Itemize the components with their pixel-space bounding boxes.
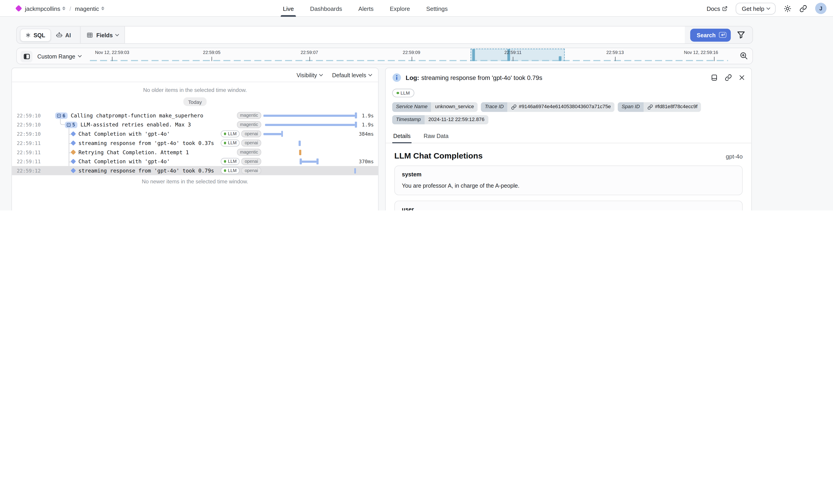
span-diamond-icon bbox=[71, 131, 76, 137]
duration-track bbox=[263, 138, 356, 148]
get-help-button[interactable]: Get help bbox=[736, 2, 776, 15]
search-input[interactable] bbox=[125, 26, 685, 43]
tag-llm[interactable]: LLM bbox=[392, 89, 414, 97]
breadcrumb-separator: / bbox=[70, 5, 71, 12]
tab-live[interactable]: Live bbox=[282, 0, 295, 17]
org-selector[interactable]: jackmpcollins bbox=[25, 5, 66, 12]
chevron-down-icon bbox=[78, 53, 82, 57]
warning-diamond-icon bbox=[71, 149, 76, 155]
log-row[interactable]: 22:59:11 streaming response from 'gpt-4o… bbox=[12, 138, 378, 148]
share-link-button[interactable] bbox=[800, 4, 807, 12]
logfire-logo-icon bbox=[15, 5, 22, 12]
panel-icon bbox=[711, 74, 718, 81]
duration-label: 1.9s bbox=[356, 113, 378, 118]
duration-track bbox=[263, 166, 356, 175]
robot-icon bbox=[55, 31, 63, 39]
duration-bar-cap bbox=[317, 159, 318, 164]
search-button[interactable]: Search bbox=[690, 28, 731, 41]
log-timestamp: 22:59:10 bbox=[17, 122, 42, 127]
duration-track bbox=[263, 111, 356, 120]
main-tabs: Live Dashboards Alerts Explore Settings bbox=[282, 0, 449, 17]
trace-id-badge[interactable]: Trace ID #9146a6974e4e6140538043607a71c7… bbox=[481, 102, 615, 112]
sidebar-toggle-button[interactable] bbox=[21, 51, 32, 62]
log-list-header: Visibility Default levels bbox=[12, 68, 378, 82]
timestamp-badge: Timestamp 2024-11-12 22:59:12.876 bbox=[392, 115, 488, 124]
today-badge[interactable]: Today bbox=[183, 97, 207, 106]
log-row[interactable]: 22:59:10 5 LLM-assisted retries enabled.… bbox=[12, 120, 378, 129]
log-message: LLM-assisted retries enabled. Max 3 bbox=[80, 122, 191, 127]
visibility-dropdown[interactable]: Visibility bbox=[296, 72, 322, 78]
copy-link-button[interactable] bbox=[725, 74, 732, 81]
log-row[interactable]: 22:59:11 Chat Completion with 'gpt-4o' L… bbox=[12, 157, 378, 166]
zoom-in-button[interactable] bbox=[739, 51, 748, 60]
panel-layout-button[interactable] bbox=[711, 74, 718, 81]
collapse-badge[interactable]: 5 bbox=[65, 121, 77, 128]
message-user: user Create a new superhero named The Ba… bbox=[395, 201, 743, 211]
timeline-baseline bbox=[90, 60, 728, 61]
close-button[interactable] bbox=[739, 74, 745, 80]
chat-messages: system You are professor A, in charge of… bbox=[385, 160, 751, 211]
chevron-down-icon bbox=[368, 72, 372, 76]
detail-header: Log:streaming response from 'gpt-4o' too… bbox=[385, 68, 751, 85]
ai-label: AI bbox=[65, 32, 71, 38]
log-row[interactable]: 22:59:10 Chat Completion with 'gpt-4o' L… bbox=[12, 129, 378, 138]
log-row-selected[interactable]: 22:59:12 streaming response from 'gpt-4o… bbox=[12, 166, 378, 175]
green-dot-icon bbox=[224, 160, 226, 163]
visibility-label: Visibility bbox=[296, 72, 317, 78]
span-id-badge[interactable]: Span ID #fd81e8f78c4ecc9f bbox=[618, 102, 701, 112]
log-row[interactable]: 22:59:11 Retrying Chat Completion. Attem… bbox=[12, 148, 378, 157]
collapse-badge[interactable]: 6 bbox=[55, 112, 68, 119]
duration-track bbox=[263, 129, 356, 138]
tag-openai[interactable]: openai bbox=[241, 167, 261, 174]
tab-alerts[interactable]: Alerts bbox=[357, 0, 375, 17]
time-range-label: Custom Range bbox=[37, 53, 75, 59]
tab-explore[interactable]: Explore bbox=[389, 0, 411, 17]
tab-details[interactable]: Details bbox=[392, 130, 411, 143]
timeline-track[interactable]: Nov 12, 22:59:03 22:59:05 22:59:07 22:59… bbox=[90, 48, 728, 64]
tag-llm[interactable]: LLM bbox=[221, 130, 240, 137]
log-list-panel: Visibility Default levels No older items… bbox=[11, 68, 379, 211]
tag-openai[interactable]: openai bbox=[241, 130, 261, 137]
message-content: You are professor A, in charge of the A-… bbox=[402, 182, 735, 190]
tag-magentic[interactable]: magentic bbox=[237, 149, 261, 156]
duration-bar-cap bbox=[355, 122, 357, 127]
tab-raw-data[interactable]: Raw Data bbox=[423, 130, 450, 143]
tag-llm[interactable]: LLM bbox=[221, 140, 240, 147]
tag-openai[interactable]: openai bbox=[241, 140, 261, 147]
sql-mode-button[interactable]: SQL bbox=[20, 28, 51, 41]
section-title: LLM Chat Completions bbox=[395, 151, 483, 160]
time-range-selector[interactable]: Custom Range bbox=[37, 48, 81, 64]
filter-button[interactable] bbox=[737, 31, 745, 39]
search-label: Search bbox=[696, 32, 716, 38]
content-panels: Visibility Default levels No older items… bbox=[11, 68, 752, 211]
tab-settings[interactable]: Settings bbox=[425, 0, 449, 17]
log-timestamp: 22:59:10 bbox=[17, 113, 42, 118]
log-row[interactable]: 22:59:10 6 Calling chatprompt-function m… bbox=[12, 111, 378, 120]
theme-toggle-button[interactable] bbox=[784, 4, 791, 12]
log-message: Chat Completion with 'gpt-4o' bbox=[78, 131, 170, 137]
fields-button[interactable]: Fields bbox=[80, 26, 125, 43]
green-dot-icon bbox=[224, 133, 226, 135]
no-older-items-text: No older items in the selected time wind… bbox=[12, 87, 378, 93]
tag-llm[interactable]: LLM bbox=[221, 167, 240, 174]
default-levels-dropdown[interactable]: Default levels bbox=[332, 72, 372, 78]
detail-meta-row: Timestamp 2024-11-12 22:59:12.876 bbox=[385, 115, 751, 124]
tab-dashboards[interactable]: Dashboards bbox=[309, 0, 343, 17]
docs-link[interactable]: Docs bbox=[707, 5, 728, 12]
tag-magentic[interactable]: magentic bbox=[237, 121, 261, 128]
enter-key-icon bbox=[719, 32, 727, 38]
duration-bar bbox=[265, 123, 355, 126]
chevron-down-icon bbox=[766, 6, 770, 10]
chevron-down-icon bbox=[319, 72, 323, 76]
ai-mode-button[interactable]: AI bbox=[51, 29, 76, 41]
duration-tick bbox=[299, 140, 301, 146]
log-message: streaming response from 'gpt-4o' took 0.… bbox=[78, 168, 214, 173]
user-avatar[interactable]: J bbox=[815, 3, 827, 14]
detail-tags: LLM bbox=[385, 85, 751, 97]
project-selector[interactable]: magentic bbox=[75, 5, 104, 12]
tag-llm[interactable]: LLM bbox=[221, 158, 240, 165]
tag-openai[interactable]: openai bbox=[241, 158, 261, 165]
chevron-up-down-icon bbox=[101, 6, 104, 10]
log-detail-panel: Log:streaming response from 'gpt-4o' too… bbox=[385, 68, 752, 211]
tag-magentic[interactable]: magentic bbox=[237, 112, 261, 119]
